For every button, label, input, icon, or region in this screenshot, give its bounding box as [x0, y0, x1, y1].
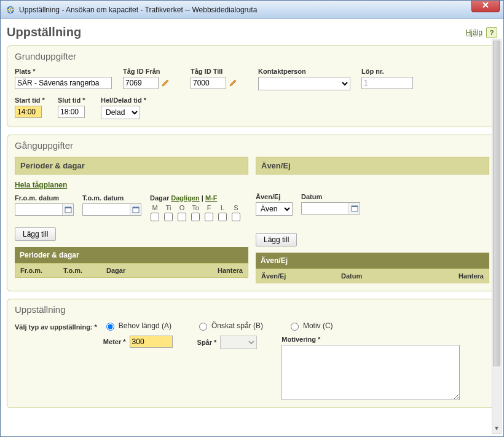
- plats-input[interactable]: [15, 77, 112, 89]
- panel-grunduppgifter: Grunduppgifter Plats * Tåg ID Från: [7, 45, 497, 127]
- meter-input[interactable]: [130, 336, 173, 348]
- dialog-window: Uppställning - Ansökan om kapacitet - Tr…: [0, 0, 504, 437]
- choose-type-label: Välj typ av uppställning: *: [15, 323, 97, 331]
- help-wrap: Hjälp ?: [466, 27, 497, 38]
- close-icon: [482, 1, 489, 10]
- col-from: Fr.o.m.: [20, 267, 63, 274]
- ie-icon: [6, 5, 15, 15]
- datum-label: Datum: [301, 193, 360, 200]
- from-label: Fr.o.m. datum: [15, 194, 74, 202]
- tag-fran-label: Tåg ID Från: [123, 68, 179, 75]
- day-f-check[interactable]: [205, 213, 213, 221]
- day-checkboxes: [150, 213, 241, 221]
- scrollbar-thumb[interactable]: [493, 41, 500, 366]
- panel-uppstallning: Uppställning Välj typ av uppställning: *…: [7, 299, 497, 408]
- chevron-down-icon[interactable]: ▼: [492, 423, 501, 433]
- vertical-scrollbar[interactable]: ▼: [492, 39, 502, 434]
- start-tid-input[interactable]: [15, 106, 42, 118]
- window-title: Uppställning - Ansökan om kapacitet - Tr…: [19, 6, 257, 14]
- opt-b-radio[interactable]: [199, 323, 207, 331]
- dagligen-link[interactable]: Dagligen: [171, 194, 199, 202]
- grid-head-perioder: Perioder & dagar: [15, 247, 248, 263]
- motiv-label: Motivering *: [282, 336, 460, 343]
- heldelad-label: Hel/Delad tid *: [101, 96, 162, 104]
- avenej-select[interactable]: Även: [256, 202, 293, 216]
- opt-b-label[interactable]: Önskat spår (B): [196, 321, 263, 331]
- titlebar: Uppställning - Ansökan om kapacitet - Tr…: [1, 1, 503, 19]
- day-m-check[interactable]: [151, 213, 159, 221]
- spar-select: [220, 336, 257, 349]
- day-ti-check[interactable]: [164, 213, 173, 221]
- day-labels: MTiOToFLS: [150, 204, 241, 211]
- calendar-icon[interactable]: [62, 204, 73, 215]
- dagar-label: Dagar Dagligen | M-F: [150, 194, 241, 202]
- opt-a-radio[interactable]: [106, 323, 114, 331]
- panel-ganguppgifter: Gånguppgifter Perioder & dagar Hela tågp…: [7, 135, 497, 291]
- heldelad-select[interactable]: Delad: [101, 106, 140, 119]
- page-header: Uppställning Hjälp ?: [7, 23, 497, 45]
- radio-row: Behov längd (A) Önskat spår (B) Motiv (C…: [103, 321, 489, 331]
- day-l-check[interactable]: [218, 213, 227, 221]
- help-button[interactable]: ?: [486, 27, 497, 38]
- slut-tid-input[interactable]: [58, 106, 85, 118]
- help-link[interactable]: Hjälp: [466, 28, 482, 37]
- col-perioder: Perioder & dagar Hela tågplanen Fr.o.m. …: [15, 157, 248, 283]
- mf-link[interactable]: M-F: [205, 194, 218, 202]
- page-title: Uppställning: [7, 25, 81, 39]
- meter-label: Meter *: [103, 338, 126, 345]
- lop-label: Löp nr.: [361, 68, 413, 75]
- tom-date: [82, 203, 141, 216]
- tom-date-input[interactable]: [83, 204, 130, 215]
- lagg-till-button-right[interactable]: Lägg till: [256, 233, 297, 246]
- day-o-check[interactable]: [178, 213, 186, 221]
- lagg-till-button-left[interactable]: Lägg till: [15, 227, 56, 241]
- whole-tagplan-link[interactable]: Hela tågplanen: [15, 181, 67, 189]
- svg-rect-7: [352, 206, 358, 207]
- subhead-perioder: Perioder & dagar: [15, 157, 248, 175]
- kontakt-label: Kontaktperson: [258, 68, 350, 75]
- grid-cols-avenej: Även/Ej Datum Hantera: [256, 269, 489, 283]
- calendar-icon[interactable]: [130, 204, 141, 215]
- opt-a-label[interactable]: Behov längd (A): [103, 321, 171, 331]
- tag-fran-input[interactable]: [123, 77, 159, 89]
- slut-tid-label: Slut tid *: [58, 96, 90, 104]
- tag-till-input[interactable]: [191, 77, 226, 89]
- lop-input: [361, 77, 413, 89]
- tom-label: T.o.m. datum: [82, 194, 141, 202]
- day-s-check[interactable]: [232, 213, 240, 221]
- spar-label: Spår *: [197, 339, 217, 346]
- col-hantera: Hantera: [206, 267, 243, 274]
- grid-cols-perioder: Fr.o.m. T.o.m. Dagar Hantera: [15, 263, 248, 278]
- close-button[interactable]: [471, 0, 500, 12]
- legend-grund: Grunduppgifter: [15, 51, 489, 61]
- day-to-check[interactable]: [191, 213, 200, 221]
- legend-gang: Gånguppgifter: [15, 140, 489, 151]
- pencil-icon[interactable]: [229, 79, 237, 87]
- datum-input[interactable]: [302, 203, 348, 214]
- svg-rect-5: [133, 207, 139, 208]
- opt-c-label[interactable]: Motiv (C): [288, 321, 333, 331]
- tag-till-label: Tåg ID Till: [191, 68, 247, 75]
- pencil-icon[interactable]: [161, 79, 170, 87]
- grid-head-avenej: Även/Ej: [256, 253, 489, 269]
- from-date: [15, 203, 74, 216]
- legend-upp: Uppställning: [15, 304, 489, 315]
- start-tid-label: Start tid *: [15, 96, 47, 104]
- col-avenej: Även/Ej: [261, 272, 341, 280]
- plats-label: Plats *: [15, 68, 112, 75]
- col-dagar: Dagar: [106, 267, 206, 274]
- calendar-icon[interactable]: [348, 203, 360, 214]
- avenej-label: Även/Ej: [256, 193, 293, 200]
- opt-c-radio[interactable]: [291, 323, 299, 331]
- motiv-textarea[interactable]: [282, 345, 460, 400]
- col-avenej: Även/Ej Även/Ej Även Datum: [256, 157, 489, 283]
- col-hantera2: Hantera: [447, 272, 484, 280]
- datum-date: [301, 202, 360, 215]
- svg-rect-3: [65, 207, 71, 208]
- col-tom: T.o.m.: [63, 267, 106, 274]
- subhead-avenej: Även/Ej: [256, 157, 489, 175]
- kontakt-select[interactable]: [258, 77, 350, 90]
- from-date-input[interactable]: [15, 204, 62, 215]
- col-datum: Datum: [341, 272, 447, 280]
- content-area: Uppställning Hjälp ? Grunduppgifter Plat…: [1, 19, 503, 436]
